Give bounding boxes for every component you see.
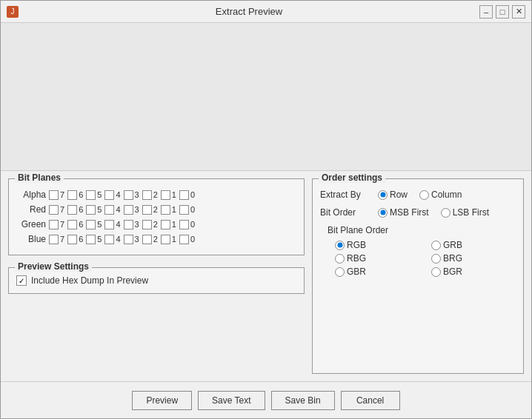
alpha-check-4[interactable] <box>104 190 114 200</box>
minimize-button[interactable]: – <box>479 5 493 19</box>
bgr-option[interactable]: BGR <box>431 267 516 277</box>
bit-plane-order-title: Bit Plane Order <box>320 225 516 235</box>
red-check-7[interactable] <box>49 205 59 215</box>
rbg-option[interactable]: RBG <box>335 253 419 264</box>
red-check-5[interactable] <box>86 205 96 215</box>
hex-dump-checkbox[interactable]: ✓ <box>16 275 27 286</box>
gbr-option[interactable]: GBR <box>335 267 419 277</box>
blue-label: Blue <box>16 234 46 244</box>
msb-first-option[interactable]: MSB First <box>378 207 429 218</box>
hex-dump-row: ✓ Include Hex Dump In Preview <box>16 274 296 287</box>
red-check-2[interactable] <box>142 205 152 215</box>
rgb-option[interactable]: RGB <box>335 240 419 250</box>
brg-option[interactable]: BRG <box>431 253 516 264</box>
red-check-3[interactable] <box>124 205 133 215</box>
blue-check-6[interactable] <box>67 235 77 244</box>
extract-by-column-option[interactable]: Column <box>419 190 462 200</box>
lsb-first-option[interactable]: LSB First <box>441 207 489 218</box>
left-panel: Bit Planes Alpha 7 6 5 4 3 2 1 0 <box>8 178 305 374</box>
main-content: Bit Planes Alpha 7 6 5 4 3 2 1 0 <box>1 171 531 381</box>
blue-row: Blue 7 6 5 4 3 2 1 0 <box>16 234 296 244</box>
extract-by-column-radio[interactable] <box>419 190 429 200</box>
alpha-label: Alpha <box>16 190 46 200</box>
brg-radio[interactable] <box>431 254 441 264</box>
alpha-bit-5: 5 <box>86 190 102 200</box>
preview-settings-group: Preview Settings ✓ Include Hex Dump In P… <box>8 267 305 294</box>
lsb-first-radio[interactable] <box>441 208 450 218</box>
red-check-1[interactable] <box>161 205 170 215</box>
alpha-row: Alpha 7 6 5 4 3 2 1 0 <box>16 190 296 200</box>
msb-first-radio[interactable] <box>378 208 388 218</box>
bit-order-row: Bit Order MSB First LSB First <box>320 207 516 218</box>
green-check-5[interactable] <box>86 220 96 229</box>
green-check-2[interactable] <box>142 220 152 229</box>
bit-plane-order-grid: RGB GRB RBG BRG <box>320 240 516 277</box>
blue-check-3[interactable] <box>124 235 133 244</box>
alpha-bit-2: 2 <box>142 190 158 200</box>
alpha-bit-0: 0 <box>179 190 195 200</box>
blue-check-1[interactable] <box>161 235 170 244</box>
bit-order-label: Bit Order <box>320 207 372 218</box>
green-check-0[interactable] <box>179 220 189 229</box>
red-label: Red <box>16 204 46 215</box>
blue-check-4[interactable] <box>104 235 114 244</box>
red-check-4[interactable] <box>104 205 114 215</box>
red-row: Red 7 6 5 4 3 2 1 0 <box>16 204 296 215</box>
alpha-check-5[interactable] <box>86 190 96 200</box>
alpha-check-3[interactable] <box>124 190 133 200</box>
titlebar: J Extract Preview – □ ✕ <box>1 1 531 23</box>
blue-check-7[interactable] <box>49 235 59 244</box>
alpha-check-7[interactable] <box>49 190 59 200</box>
blue-check-2[interactable] <box>142 235 152 244</box>
bit-planes-group: Bit Planes Alpha 7 6 5 4 3 2 1 0 <box>8 178 305 255</box>
alpha-bit-1: 1 <box>161 190 176 200</box>
app-icon: J <box>7 6 19 18</box>
close-button[interactable]: ✕ <box>512 5 525 19</box>
preview-button[interactable]: Preview <box>132 391 192 410</box>
grb-option[interactable]: GRB <box>431 240 516 250</box>
alpha-check-6[interactable] <box>67 190 77 200</box>
save-bin-button[interactable]: Save Bin <box>271 391 335 410</box>
green-check-6[interactable] <box>67 220 77 229</box>
preview-settings-title: Preview Settings <box>15 261 92 272</box>
alpha-bit-4: 4 <box>104 190 120 200</box>
bit-planes-content: Alpha 7 6 5 4 3 2 1 0 Red 7 6 <box>16 190 296 244</box>
green-check-1[interactable] <box>161 220 170 229</box>
alpha-bit-7: 7 <box>49 190 64 200</box>
extract-by-row-option[interactable]: Row <box>378 190 408 200</box>
image-preview-area <box>1 23 531 171</box>
blue-check-0[interactable] <box>179 235 189 244</box>
right-panel: Order settings Extract By Row Column Bi <box>312 178 524 374</box>
blue-check-5[interactable] <box>86 235 96 244</box>
alpha-bit-6: 6 <box>67 190 83 200</box>
order-settings-group: Order settings Extract By Row Column Bi <box>312 178 524 374</box>
green-check-3[interactable] <box>124 220 133 229</box>
green-row: Green 7 6 5 4 3 2 1 0 <box>16 219 296 229</box>
green-check-7[interactable] <box>49 220 59 229</box>
alpha-check-2[interactable] <box>142 190 152 200</box>
order-settings-title: Order settings <box>319 172 385 183</box>
grb-radio[interactable] <box>431 241 441 250</box>
bit-planes-title: Bit Planes <box>15 172 64 183</box>
gbr-radio[interactable] <box>335 267 345 277</box>
alpha-check-1[interactable] <box>161 190 170 200</box>
green-check-4[interactable] <box>104 220 114 229</box>
red-check-0[interactable] <box>179 205 189 215</box>
rgb-radio[interactable] <box>335 241 345 250</box>
window: J Extract Preview – □ ✕ Bit Planes Alpha… <box>0 0 532 419</box>
save-text-button[interactable]: Save Text <box>198 391 265 410</box>
rbg-radio[interactable] <box>335 254 345 264</box>
green-label: Green <box>16 219 46 229</box>
alpha-check-0[interactable] <box>179 190 189 200</box>
window-title: Extract Preview <box>19 6 479 17</box>
maximize-button[interactable]: □ <box>496 5 509 19</box>
bgr-radio[interactable] <box>431 267 441 277</box>
bit-plane-order-section: Bit Plane Order RGB GRB RBG <box>320 225 516 277</box>
bottom-bar: Preview Save Text Save Bin Cancel <box>1 381 531 418</box>
cancel-button[interactable]: Cancel <box>341 391 400 410</box>
red-check-6[interactable] <box>67 205 77 215</box>
alpha-bit-3: 3 <box>124 190 139 200</box>
hex-dump-label: Include Hex Dump In Preview <box>31 275 148 286</box>
extract-by-row-radio[interactable] <box>378 190 388 200</box>
extract-by-label: Extract By <box>320 190 372 200</box>
